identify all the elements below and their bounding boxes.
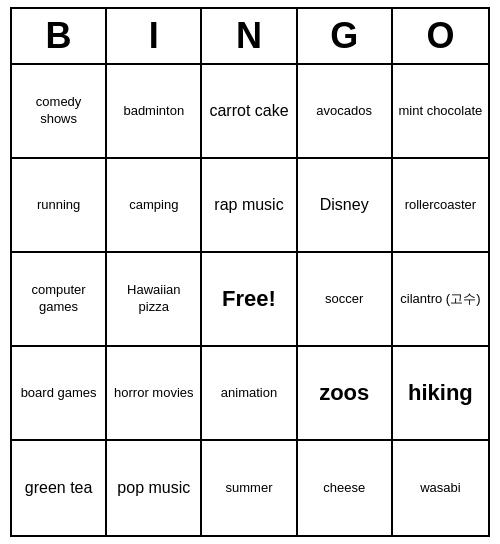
- bingo-cell-13: soccer: [298, 253, 393, 347]
- bingo-cell-4: mint chocolate: [393, 65, 488, 159]
- bingo-cell-6: camping: [107, 159, 202, 253]
- bingo-cell-23: cheese: [298, 441, 393, 535]
- bingo-cell-14: cilantro (고수): [393, 253, 488, 347]
- bingo-cell-16: horror movies: [107, 347, 202, 441]
- bingo-card: BINGO comedy showsbadmintoncarrot cakeav…: [10, 7, 490, 537]
- bingo-letter-g: G: [298, 9, 393, 63]
- bingo-cell-9: rollercoaster: [393, 159, 488, 253]
- bingo-cell-22: summer: [202, 441, 297, 535]
- bingo-cell-5: running: [12, 159, 107, 253]
- bingo-cell-2: carrot cake: [202, 65, 297, 159]
- bingo-cell-21: pop music: [107, 441, 202, 535]
- bingo-cell-20: green tea: [12, 441, 107, 535]
- bingo-cell-18: zoos: [298, 347, 393, 441]
- bingo-header: BINGO: [12, 9, 488, 65]
- bingo-cell-10: computer games: [12, 253, 107, 347]
- bingo-cell-17: animation: [202, 347, 297, 441]
- bingo-cell-0: comedy shows: [12, 65, 107, 159]
- bingo-grid: comedy showsbadmintoncarrot cakeavocados…: [12, 65, 488, 535]
- bingo-cell-1: badminton: [107, 65, 202, 159]
- bingo-cell-7: rap music: [202, 159, 297, 253]
- bingo-cell-12: Free!: [202, 253, 297, 347]
- bingo-cell-15: board games: [12, 347, 107, 441]
- bingo-letter-n: N: [202, 9, 297, 63]
- bingo-cell-11: Hawaiian pizza: [107, 253, 202, 347]
- bingo-cell-8: Disney: [298, 159, 393, 253]
- bingo-cell-24: wasabi: [393, 441, 488, 535]
- bingo-cell-19: hiking: [393, 347, 488, 441]
- bingo-cell-3: avocados: [298, 65, 393, 159]
- bingo-letter-b: B: [12, 9, 107, 63]
- bingo-letter-i: I: [107, 9, 202, 63]
- bingo-letter-o: O: [393, 9, 488, 63]
